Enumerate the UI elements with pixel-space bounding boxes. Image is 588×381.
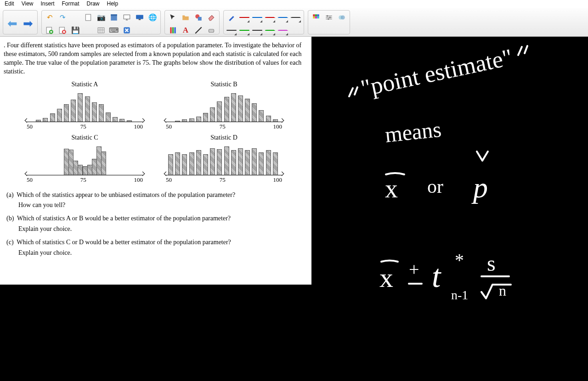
menu-draw[interactable]: Draw	[84, 0, 102, 8]
svg-rect-14	[174, 27, 175, 34]
chart-b-bars	[166, 90, 282, 122]
extras-group	[308, 10, 350, 34]
chart-a-title: Statistic A	[22, 81, 147, 88]
hw-xbar-phat: x or p	[385, 151, 488, 204]
undo-button[interactable]: ↶	[44, 11, 56, 23]
question-a: (a) Which of the statistics appear to be…	[6, 191, 305, 200]
line-tool-icon[interactable]	[192, 24, 204, 36]
chart-d: Statistic D 5075100	[161, 134, 287, 184]
line-style-7[interactable]	[264, 24, 276, 36]
svg-rect-13	[172, 27, 174, 34]
toolbar: ⬅ ➡ ↶ ↷ 💾 📷 ⌨ 🌐 A	[0, 8, 588, 37]
shapes-icon[interactable]	[192, 11, 204, 23]
menu-view[interactable]: View	[19, 0, 36, 8]
svg-rect-7	[111, 14, 117, 16]
chart-a: Statistic A 5075100	[22, 81, 147, 130]
question-a-sub: How can you tell?	[18, 201, 305, 210]
camera-icon[interactable]: 📷	[95, 11, 107, 23]
svg-rect-5	[98, 28, 104, 33]
chart-c-axis: 5075100	[27, 176, 143, 184]
keyboard-icon[interactable]: ⌨	[108, 24, 120, 36]
svg-text:x: x	[379, 263, 393, 293]
line-style-2[interactable]	[238, 11, 250, 23]
eraser-big-icon[interactable]	[205, 11, 217, 23]
delete-page-button[interactable]	[57, 24, 68, 36]
svg-rect-24	[317, 17, 319, 19]
svg-rect-12	[170, 27, 171, 34]
line-style-4[interactable]	[251, 11, 263, 23]
question-b: (b) Which of statistics A or B would be …	[6, 214, 305, 223]
nav-group: ⬅ ➡	[3, 10, 38, 34]
close-icon[interactable]	[121, 24, 133, 36]
line-style-1[interactable]	[226, 24, 237, 36]
chart-d-bars	[166, 143, 282, 175]
document-panel: . Four different statistics have been pr…	[0, 37, 311, 285]
svg-rect-4	[85, 14, 90, 21]
svg-text:n-1: n-1	[451, 288, 468, 302]
save-button[interactable]: 💾	[69, 24, 81, 36]
handwriting-area: "point estimate" means x or p x + t * n-…	[322, 37, 579, 331]
svg-rect-20	[315, 14, 317, 17]
add-page-button[interactable]	[44, 24, 56, 36]
back-button[interactable]: ⬅	[5, 11, 20, 35]
svg-text:or: or	[427, 176, 443, 197]
svg-text:*: *	[455, 250, 464, 270]
line-style-6[interactable]	[264, 11, 276, 23]
hw-means: means	[384, 117, 442, 147]
svg-rect-8	[124, 15, 130, 19]
link-icon[interactable]	[336, 11, 348, 23]
question-c-sub: Explain your choice.	[18, 249, 305, 258]
redo-button[interactable]: ↷	[57, 11, 68, 23]
settings-icon[interactable]	[323, 11, 335, 23]
pointer-icon[interactable]	[167, 11, 179, 23]
svg-point-29	[329, 17, 331, 18]
svg-rect-10	[136, 15, 143, 19]
select-group: A	[164, 10, 220, 34]
svg-rect-22	[313, 17, 315, 19]
folder-icon[interactable]	[180, 11, 192, 23]
spacer-4	[147, 24, 158, 36]
menu-insert[interactable]: Insert	[38, 0, 57, 8]
chart-d-title: Statistic D	[161, 134, 287, 141]
line-style-3[interactable]	[238, 24, 250, 36]
menu-edit[interactable]: Edit	[2, 0, 17, 8]
chart-a-bars	[27, 90, 143, 122]
menu-bar: Edit View Insert Format Draw Help	[0, 0, 588, 8]
chart-c-title: Statistic C	[22, 134, 147, 141]
chart-b-axis: 5075100	[166, 123, 282, 130]
svg-text:s: s	[487, 251, 496, 275]
problem-intro: . Four different statistics have been pr…	[4, 41, 305, 76]
svg-rect-19	[313, 14, 315, 17]
new-page-icon[interactable]	[82, 11, 94, 23]
svg-rect-11	[139, 19, 141, 20]
svg-point-30	[328, 18, 329, 20]
svg-text:+: +	[409, 259, 419, 280]
file-group: ↶ ↷ 💾 📷 ⌨ 🌐	[41, 10, 161, 34]
spacer-7	[336, 24, 348, 36]
globe-icon[interactable]: 🌐	[147, 11, 158, 23]
hw-formula: x + t * n-1 s n	[379, 250, 511, 302]
line-style-5[interactable]	[251, 24, 263, 36]
line-style-8[interactable]	[277, 11, 289, 23]
svg-rect-21	[317, 14, 319, 17]
chart-b-title: Statistic B	[161, 81, 287, 88]
text-tool-icon[interactable]: A	[180, 24, 192, 36]
question-b-sub: Explain your choice.	[18, 225, 305, 234]
menu-format[interactable]: Format	[59, 0, 82, 8]
svg-text:t: t	[432, 258, 441, 294]
monitor-icon[interactable]	[134, 11, 146, 23]
line-style-10[interactable]	[290, 11, 302, 23]
pens-icon[interactable]	[167, 24, 179, 36]
presentation-icon[interactable]	[121, 11, 133, 23]
line-style-9[interactable]	[277, 24, 289, 36]
pen-tool-icon[interactable]	[226, 11, 237, 23]
menu-help[interactable]: Help	[104, 0, 121, 8]
palette-icon[interactable]	[310, 11, 322, 23]
spacer-1	[69, 11, 81, 23]
table-icon[interactable]	[108, 11, 120, 23]
grid-icon[interactable]	[95, 24, 107, 36]
forward-button[interactable]: ➡	[21, 11, 35, 35]
chart-d-axis: 5075100	[166, 176, 282, 184]
eraser-icon[interactable]	[205, 24, 217, 36]
spacer-2	[82, 24, 94, 36]
